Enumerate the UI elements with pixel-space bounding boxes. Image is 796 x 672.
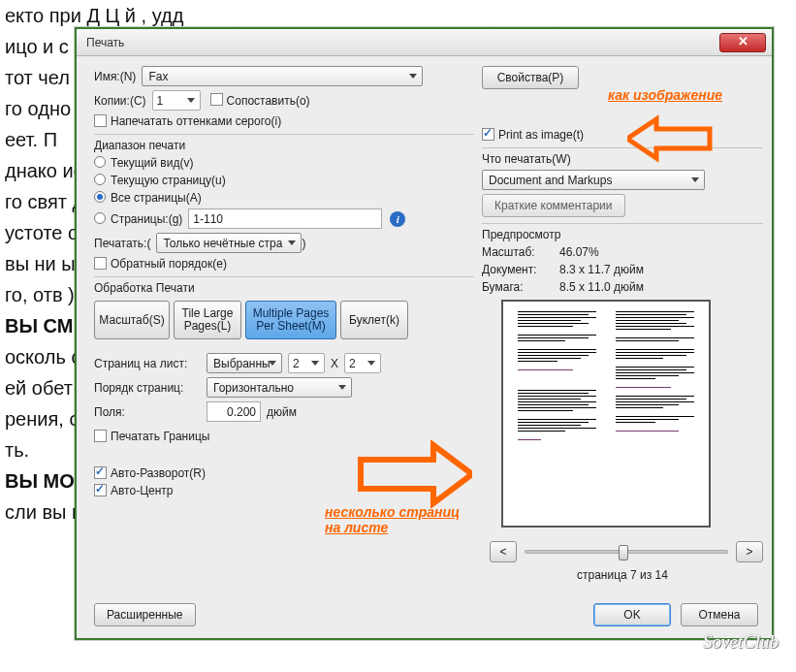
pages-per-sheet-select[interactable]: Выбранны bbox=[207, 353, 282, 373]
close-icon: ✕ bbox=[738, 34, 748, 48]
annotation-2: несколько страницна листе bbox=[325, 504, 460, 535]
pps-cols-input[interactable]: 2 bbox=[288, 353, 325, 373]
range-current-view-radio[interactable] bbox=[94, 156, 106, 168]
cancel-button[interactable]: Отмена bbox=[681, 603, 758, 626]
titlebar[interactable]: Печать ✕ bbox=[77, 29, 772, 56]
scale-tab[interactable]: Масштаб(S) bbox=[94, 301, 170, 339]
advanced-button[interactable]: Расширенные bbox=[94, 603, 196, 626]
preview-page-label: страница 7 из 14 bbox=[482, 568, 763, 582]
pps-rows-input[interactable]: 2 bbox=[344, 353, 381, 373]
preview-prev-button[interactable]: < bbox=[490, 541, 517, 562]
copies-label: Копии:(C) bbox=[94, 94, 146, 108]
what-to-print-select[interactable]: Document and Markups bbox=[482, 170, 705, 190]
page-order-select[interactable]: Горизонтально bbox=[207, 377, 352, 398]
name-label: Имя:(N) bbox=[94, 70, 136, 83]
print-range-title: Диапазон печати bbox=[94, 139, 474, 152]
dialog-title: Печать bbox=[86, 36, 124, 49]
properties-button[interactable]: Свойства(P) bbox=[482, 66, 579, 89]
copies-input[interactable]: 1 bbox=[152, 90, 201, 111]
collate-label: Сопоставить(o) bbox=[227, 94, 310, 108]
arrow-left-icon bbox=[627, 114, 715, 163]
collate-checkbox[interactable] bbox=[210, 93, 223, 106]
info-icon[interactable]: i bbox=[390, 211, 405, 227]
range-pages-radio[interactable] bbox=[94, 212, 106, 224]
grayscale-label: Напечатать оттенками серого(i) bbox=[111, 114, 281, 128]
multiple-pages-tab[interactable]: Multiple PagesPer Sheet(M) bbox=[245, 301, 336, 339]
close-button[interactable]: ✕ bbox=[719, 33, 766, 52]
reverse-checkbox[interactable] bbox=[94, 257, 107, 270]
auto-rotate-checkbox[interactable] bbox=[94, 466, 107, 479]
auto-center-checkbox[interactable] bbox=[94, 484, 107, 496]
handling-title: Обработка Печати bbox=[94, 281, 474, 295]
preview-title: Предпросмотр bbox=[482, 228, 763, 241]
printer-select[interactable]: Fax bbox=[142, 66, 423, 86]
range-current-page-radio[interactable] bbox=[94, 174, 106, 185]
brief-comments-button[interactable]: Краткие комментарии bbox=[482, 194, 625, 217]
print-borders-checkbox[interactable] bbox=[94, 430, 107, 442]
annotation-1: как изображение bbox=[608, 87, 722, 103]
pages-input[interactable]: 1-110 bbox=[188, 208, 382, 229]
slider-thumb[interactable] bbox=[619, 545, 628, 560]
preview-slider[interactable] bbox=[525, 550, 728, 554]
tile-tab[interactable]: Tile LargePages(L) bbox=[174, 301, 241, 339]
print-dialog: Печать ✕ Имя:(N) Fax Копии:(C) 1 Сопоста… bbox=[75, 27, 774, 640]
subset-select[interactable]: Только нечётные стра bbox=[156, 233, 302, 253]
booklet-tab[interactable]: Буклет(k) bbox=[340, 301, 408, 339]
arrow-right-icon bbox=[356, 440, 472, 508]
ok-button[interactable]: OK bbox=[593, 603, 671, 626]
margins-input[interactable]: 0.200 bbox=[207, 401, 261, 422]
print-preview bbox=[501, 300, 711, 528]
print-as-image-checkbox[interactable] bbox=[482, 128, 494, 141]
grayscale-checkbox[interactable] bbox=[94, 114, 107, 127]
range-all-pages-radio[interactable] bbox=[94, 191, 106, 203]
preview-next-button[interactable]: > bbox=[736, 541, 763, 562]
